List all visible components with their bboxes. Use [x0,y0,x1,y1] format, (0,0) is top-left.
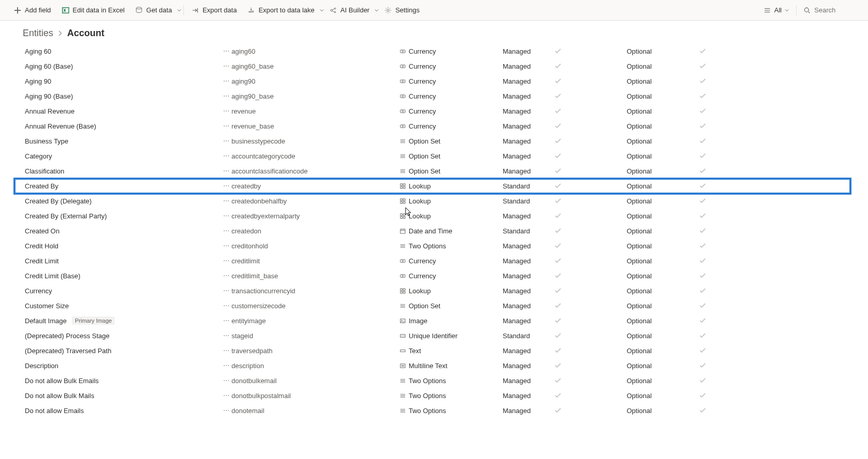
svg-point-43 [224,170,225,171]
row-more-button[interactable] [221,407,231,414]
table-row[interactable]: CurrencytransactioncurrencyidLookupManag… [14,283,850,298]
row-more-button[interactable] [221,347,231,354]
table-row[interactable]: Aging 90aging90CurrencyManagedOptional [14,74,850,89]
table-row[interactable]: (Deprecated) Traversed Pathtraversedpath… [14,343,850,358]
export-lake-button[interactable]: Export to data lake [242,4,319,17]
export-lake-chevron-icon[interactable] [320,8,324,12]
display-name-cell: Do not allow Bulk Mails [14,392,221,400]
table-row[interactable]: Do not allow Bulk EmailsdonotbulkemailTw… [14,373,850,388]
row-more-button[interactable] [221,107,231,115]
row-more-button[interactable] [221,272,231,279]
table-row[interactable]: Default ImagePrimary ImageentityimageIma… [14,313,850,328]
row-more-button[interactable] [221,152,231,160]
row-more-button[interactable] [221,212,231,219]
row-more-button[interactable] [221,122,231,130]
table-row[interactable]: Aging 60 (Base)aging60_baseCurrencyManag… [14,59,850,74]
search-input[interactable] [814,6,856,14]
row-more-button[interactable] [221,302,231,309]
display-name-cell: Description [14,362,221,370]
search-box[interactable] [799,4,860,17]
text-icon [399,347,406,354]
svg-rect-66 [403,216,405,218]
table-row[interactable]: Customer SizecustomersizecodeOption SetM… [14,298,850,313]
table-row[interactable]: CategoryaccountcategorycodeOption SetMan… [14,149,850,164]
svg-rect-56 [400,198,402,200]
row-more-button[interactable] [221,137,231,145]
svg-point-32 [224,125,225,126]
table-row[interactable]: Credit LimitcreditlimitCurrencyManagedOp… [14,254,850,268]
table-row[interactable]: Annual RevenuerevenueCurrencyManagedOpti… [14,104,850,119]
svg-point-69 [228,230,229,231]
svg-rect-30 [400,109,405,113]
data-type-text: Lookup [409,287,431,295]
data-type-text: Two Options [409,407,446,415]
table-row[interactable]: Do not allow Bulk Mailsdonotbulkpostalma… [14,388,850,403]
data-type-cell: Two Options [399,392,503,400]
row-more-button[interactable] [221,362,231,369]
svg-point-2 [331,9,333,11]
table-row[interactable]: ClassificationaccountclassificationcodeO… [14,164,850,179]
row-more-button[interactable] [221,377,231,384]
row-more-button[interactable] [221,332,231,339]
svg-rect-63 [400,213,402,215]
ai-builder-chevron-icon[interactable] [375,8,379,12]
table-row[interactable]: Credit HoldcreditonholdTwo OptionsManage… [14,239,850,254]
display-name-cell: Default ImagePrimary Image [14,316,221,325]
display-name-text: Classification [25,167,65,175]
ai-builder-label: AI Builder [340,6,369,14]
row-more-button[interactable] [221,227,231,234]
table-row[interactable]: Aging 60aging60CurrencyManagedOptional [14,44,850,59]
svg-point-53 [224,200,225,201]
table-row[interactable]: Aging 90 (Base)aging90_baseCurrencyManag… [14,89,850,104]
table-row[interactable]: Annual Revenue (Base)revenue_baseCurrenc… [14,119,850,134]
managed-cell: Standard [503,332,554,340]
row-more-button[interactable] [221,197,231,204]
svg-point-38 [226,140,227,141]
display-name-cell: Currency [14,287,221,295]
get-data-chevron-icon[interactable] [177,8,181,12]
edit-excel-button[interactable]: Edit data in Excel [56,4,130,17]
schema-name-cell: donotbulkpostalmail [231,392,399,400]
schema-name-cell: creditlimit [231,257,399,265]
table-row[interactable]: Created By (Delegate)createdonbehalfbyLo… [14,194,850,209]
export-data-button[interactable]: Export data [186,4,242,17]
table-row[interactable]: Credit Limit (Base)creditlimit_baseCurre… [14,268,850,283]
settings-button[interactable]: Settings [379,4,425,17]
data-type-text: Date and Time [409,227,453,235]
fields-grid[interactable]: Aging 60aging60CurrencyManagedOptionalAg… [0,44,868,458]
table-row[interactable]: Created OncreatedonDate and TimeStandard… [14,224,850,239]
row-more-button[interactable] [221,77,231,85]
customizable-check-icon [554,242,627,249]
table-row[interactable]: Created BycreatedbyLookupStandardOptiona… [14,179,850,194]
row-more-button[interactable] [221,287,231,294]
svg-point-103 [224,350,225,351]
row-more-button[interactable] [221,48,231,55]
add-field-button[interactable]: Add field [8,4,56,17]
data-type-text: Two Options [409,392,446,400]
svg-point-54 [226,200,227,201]
table-row[interactable]: Created By (External Party)createdbyexte… [14,209,850,224]
row-more-button[interactable] [221,242,231,249]
get-data-button[interactable]: Get data [130,4,177,17]
lookup-icon [399,183,406,189]
view-filter-button[interactable]: All [758,4,794,17]
svg-point-75 [226,260,227,261]
row-more-button[interactable] [221,92,231,100]
customizable-check-icon [554,48,627,55]
ai-builder-button[interactable]: AI Builder [324,4,375,17]
table-row[interactable]: Business TypebusinesstypecodeOption SetM… [14,134,850,149]
row-more-button[interactable] [221,257,231,264]
row-more-button[interactable] [221,182,231,189]
svg-rect-0 [62,7,68,13]
svg-point-48 [228,185,229,186]
table-row[interactable]: DescriptiondescriptionMultiline TextMana… [14,358,850,373]
row-more-button[interactable] [221,167,231,175]
searchable-check-icon [699,122,730,130]
table-row[interactable]: (Deprecated) Process StagestageidUnique … [14,328,850,343]
row-more-button[interactable] [221,62,231,70]
table-row[interactable]: Do not allow EmailsdonotemailTwo Options… [14,403,850,418]
breadcrumb-root[interactable]: Entities [23,28,53,39]
row-more-button[interactable] [221,317,231,324]
row-more-button[interactable] [221,392,231,399]
data-type-text: Currency [409,122,436,130]
